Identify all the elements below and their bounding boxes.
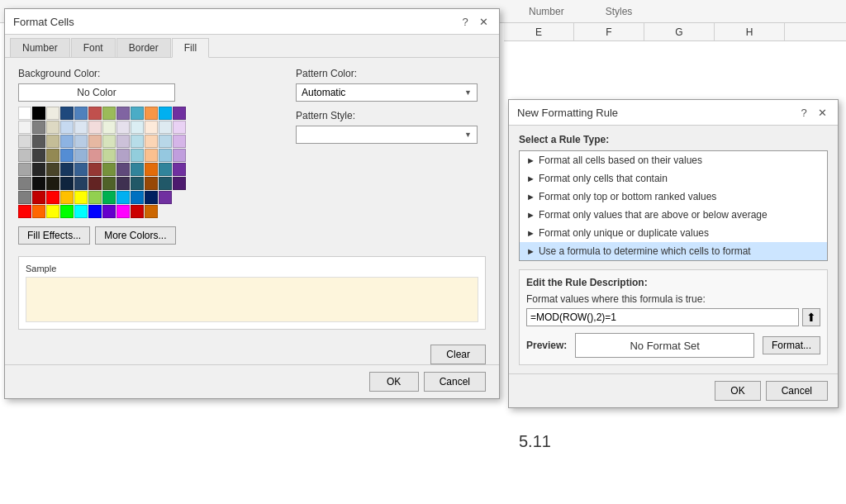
color-swatch-5-11[interactable] [173,177,186,190]
color-swatch-4-0[interactable] [18,163,31,176]
color-swatch-1-6[interactable] [102,121,116,134]
color-swatch-0-2[interactable] [46,107,59,120]
color-swatch-2-0[interactable] [18,135,31,148]
color-swatch-4-9[interactable] [145,163,158,176]
color-swatch-2-8[interactable] [131,135,144,148]
tab-border[interactable]: Border [116,38,171,57]
color-swatch-2-10[interactable] [159,135,172,148]
tab-font[interactable]: Font [71,38,116,57]
nfd-close-button[interactable]: ✕ [815,105,829,120]
color-swatch-std-7[interactable] [116,191,130,204]
tab-number[interactable]: Number [10,38,70,57]
color-swatch-3-4[interactable] [74,149,88,162]
color-swatch-4-7[interactable] [116,163,130,176]
color-swatch-2-11[interactable] [173,135,186,148]
color-swatch-5-9[interactable] [145,177,158,190]
color-swatch-1-0[interactable] [18,121,31,134]
color-swatch-std-2[interactable] [46,191,59,204]
color-swatch-3-5[interactable] [88,149,102,162]
color-swatch-std-10[interactable] [159,191,172,204]
color-swatch-2-3[interactable] [60,135,74,148]
color-swatch-0-9[interactable] [145,107,158,120]
pattern-color-select[interactable]: Automatic ▼ [296,83,478,102]
color-swatch-bright-7[interactable] [116,205,130,218]
cancel-button[interactable]: Cancel [424,372,486,392]
color-swatch-4-5[interactable] [88,163,102,176]
format-button[interactable]: Format... [763,336,820,354]
color-swatch-1-10[interactable] [159,121,172,134]
color-swatch-2-4[interactable] [74,135,88,148]
rule-type-item-4[interactable]: ►Format only unique or duplicate values [520,224,827,242]
color-swatch-4-4[interactable] [74,163,88,176]
rule-type-item-2[interactable]: ►Format only top or bottom ranked values [520,188,827,206]
color-swatch-bright-9[interactable] [145,205,158,218]
clear-button[interactable]: Clear [430,345,486,364]
color-swatch-1-5[interactable] [88,121,102,134]
color-swatch-3-8[interactable] [131,149,144,162]
color-swatch-1-11[interactable] [173,121,186,134]
color-swatch-std-4[interactable] [74,191,88,204]
color-swatch-3-9[interactable] [145,149,158,162]
color-swatch-std-0[interactable] [18,191,31,204]
close-button[interactable]: ✕ [476,14,491,29]
color-swatch-bright-1[interactable] [32,205,45,218]
color-swatch-1-9[interactable] [145,121,158,134]
help-button[interactable]: ? [458,14,473,29]
pattern-style-select[interactable]: ▼ [296,126,478,144]
color-swatch-2-1[interactable] [32,135,45,148]
color-swatch-4-3[interactable] [60,163,74,176]
color-swatch-0-10[interactable] [159,107,172,120]
color-swatch-5-4[interactable] [74,177,88,190]
formula-input[interactable] [526,308,799,326]
color-swatch-1-7[interactable] [116,121,130,134]
color-swatch-2-9[interactable] [145,135,158,148]
color-swatch-4-10[interactable] [159,163,172,176]
color-swatch-0-0[interactable] [18,107,31,120]
color-swatch-0-3[interactable] [60,107,74,120]
color-swatch-std-9[interactable] [145,191,158,204]
color-swatch-5-3[interactable] [60,177,74,190]
color-swatch-bright-6[interactable] [102,205,116,218]
nfd-cancel-button[interactable]: Cancel [766,381,828,401]
ok-button[interactable]: OK [369,372,419,392]
color-swatch-bright-5[interactable] [88,205,102,218]
color-swatch-3-11[interactable] [173,149,186,162]
color-swatch-4-8[interactable] [131,163,144,176]
nfd-help-button[interactable]: ? [796,105,811,120]
color-swatch-std-8[interactable] [131,191,144,204]
color-swatch-2-5[interactable] [88,135,102,148]
color-swatch-4-6[interactable] [102,163,116,176]
color-swatch-2-6[interactable] [102,135,116,148]
color-swatch-1-3[interactable] [60,121,74,134]
color-swatch-1-4[interactable] [74,121,88,134]
no-color-button[interactable]: No Color [18,83,175,102]
rule-type-item-3[interactable]: ►Format only values that are above or be… [520,206,827,224]
color-swatch-3-2[interactable] [46,149,59,162]
color-swatch-2-2[interactable] [46,135,59,148]
color-swatch-4-11[interactable] [173,163,186,176]
rule-type-item-0[interactable]: ►Format all cells based on their values [520,151,827,169]
color-swatch-1-8[interactable] [131,121,144,134]
color-swatch-4-2[interactable] [46,163,59,176]
color-swatch-0-8[interactable] [131,107,144,120]
color-swatch-5-8[interactable] [131,177,144,190]
more-colors-button[interactable]: More Colors... [95,226,175,245]
nfd-ok-button[interactable]: OK [715,381,760,401]
tab-fill[interactable]: Fill [172,38,209,58]
fill-effects-button[interactable]: Fill Effects... [18,226,90,245]
color-swatch-std-6[interactable] [102,191,116,204]
color-swatch-bright-2[interactable] [46,205,59,218]
color-swatch-1-2[interactable] [46,121,59,134]
color-swatch-std-5[interactable] [88,191,102,204]
color-swatch-0-11[interactable] [173,107,186,120]
color-swatch-5-7[interactable] [116,177,130,190]
color-swatch-3-7[interactable] [116,149,130,162]
color-swatch-5-5[interactable] [88,177,102,190]
color-swatch-std-1[interactable] [32,191,45,204]
color-swatch-3-1[interactable] [32,149,45,162]
color-swatch-bright-8[interactable] [131,205,144,218]
color-swatch-3-6[interactable] [102,149,116,162]
color-swatch-2-7[interactable] [116,135,130,148]
color-swatch-5-2[interactable] [46,177,59,190]
color-swatch-bright-4[interactable] [74,205,88,218]
